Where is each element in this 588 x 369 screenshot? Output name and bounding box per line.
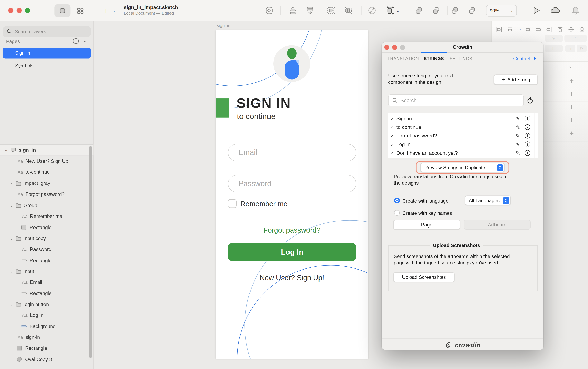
flip-horizontal-icon[interactable]: ⫞: [565, 45, 575, 52]
layer-row[interactable]: Log In: [0, 310, 93, 321]
layer-row[interactable]: Forgot password?: [0, 189, 93, 200]
layer-row[interactable]: Rectangle: [0, 222, 93, 233]
info-icon[interactable]: i: [525, 116, 530, 121]
chevron-down-icon[interactable]: ⌄: [9, 302, 13, 306]
chevron-down-icon[interactable]: ⌄: [9, 203, 13, 208]
distribute-horizontal-icon[interactable]: [506, 26, 513, 33]
layer-row[interactable]: Rectangle: [0, 288, 93, 299]
layer-row[interactable]: Rectangle: [0, 255, 93, 266]
add-style-button[interactable]: +: [568, 90, 575, 99]
resize-icon[interactable]: ⌄: [384, 4, 401, 17]
layer-row[interactable]: ⌄input copy: [0, 233, 93, 244]
group-icon[interactable]: [325, 4, 337, 17]
sidebar-scrollbar[interactable]: [89, 146, 92, 358]
layer-row[interactable]: New User? Sign Up!: [0, 156, 93, 167]
add-style-button[interactable]: +: [568, 116, 575, 125]
string-row[interactable]: ✓Don’t have an account yet?✎i: [388, 149, 534, 157]
edit-pencil-icon[interactable]: ✎: [516, 124, 520, 130]
string-row[interactable]: ✓Forgot password?✎i: [388, 131, 534, 140]
notifications-bell-icon[interactable]: [571, 6, 581, 17]
sign-up-text[interactable]: New User? Sign Up!: [216, 274, 368, 282]
preview-strings-dropdown[interactable]: Preview Strings in Duplicate: [420, 163, 505, 172]
list-scrollbar-track[interactable]: [534, 113, 535, 159]
transform-icon[interactable]: [366, 4, 378, 17]
create-with-key-names-radio[interactable]: [394, 210, 400, 216]
string-row[interactable]: ✓to continue✎i: [388, 123, 534, 131]
more-options-icon[interactable]: ⋮: [518, 27, 523, 32]
chevron-down-icon[interactable]: ⌄: [9, 269, 13, 273]
email-field[interactable]: Email: [228, 144, 356, 161]
grid-view-toggle[interactable]: [72, 4, 88, 17]
y-position-field[interactable]: Y: [545, 35, 563, 42]
chevron-down-icon[interactable]: ⌄: [568, 64, 572, 69]
difference-icon[interactable]: [466, 4, 478, 17]
info-icon[interactable]: i: [525, 133, 530, 139]
edit-pencil-icon[interactable]: ✎: [516, 116, 520, 121]
strings-search-input[interactable]: Search: [388, 94, 524, 106]
add-style-button[interactable]: +: [568, 103, 575, 111]
contact-us-link[interactable]: Contact Us: [513, 56, 537, 61]
edit-pencil-icon[interactable]: ✎: [516, 150, 520, 156]
layer-artboard-root[interactable]: ⌄ sign_in: [0, 144, 93, 155]
bring-forward-icon[interactable]: [286, 4, 299, 17]
layer-row[interactable]: to-continue: [0, 167, 93, 178]
layer-row[interactable]: Rectangle: [0, 343, 93, 354]
refresh-icon[interactable]: ⟳: [525, 97, 535, 104]
create-with-language-radio[interactable]: [394, 198, 400, 203]
edit-pencil-icon[interactable]: ✎: [516, 141, 520, 147]
align-middle-icon[interactable]: [568, 26, 575, 33]
close-window-button[interactable]: [8, 8, 13, 13]
shape-tool-icon[interactable]: [263, 4, 276, 17]
tab-translation[interactable]: TRANSLATION: [387, 56, 419, 61]
forgot-password-link[interactable]: Forgot password?: [216, 226, 368, 234]
flip-vertical-icon[interactable]: ⊵: [577, 45, 587, 52]
tab-strings[interactable]: STRINGS: [424, 56, 444, 61]
layer-row[interactable]: ›impact_gray: [0, 178, 93, 189]
align-bottom-icon[interactable]: [579, 26, 585, 33]
string-row[interactable]: ✓Log In✎i: [388, 140, 534, 149]
info-icon[interactable]: i: [525, 150, 530, 156]
chevron-down-icon[interactable]: ⌄: [4, 148, 8, 152]
add-style-button[interactable]: +: [568, 76, 575, 85]
page-button[interactable]: Page: [393, 220, 460, 229]
sidebar-page-sign-in[interactable]: Sign In: [3, 48, 91, 58]
remember-me-checkbox[interactable]: [228, 199, 237, 208]
minimize-window-button[interactable]: [17, 8, 22, 13]
layer-row[interactable]: ⌄login button: [0, 299, 93, 310]
layer-row[interactable]: Password: [0, 244, 93, 255]
add-style-button[interactable]: +: [568, 129, 575, 138]
sidebar-page-symbols[interactable]: Symbols: [3, 60, 91, 71]
cloud-sync-icon[interactable]: [550, 6, 561, 16]
chevron-right-icon[interactable]: ›: [9, 181, 13, 185]
collapse-pages-icon[interactable]: ⌄: [83, 38, 87, 43]
insert-chevron-icon[interactable]: ⌄: [113, 8, 116, 13]
password-field[interactable]: Password: [228, 175, 356, 192]
insert-button[interactable]: +: [104, 6, 108, 16]
intersect-icon[interactable]: [449, 4, 461, 17]
layer-row[interactable]: Email: [0, 277, 93, 288]
artboard-button[interactable]: Artboard: [464, 220, 531, 229]
edit-pencil-icon[interactable]: ✎: [516, 133, 520, 139]
log-in-button[interactable]: Log In: [229, 243, 356, 260]
align-right-edge-icon[interactable]: [546, 26, 552, 33]
align-left-icon[interactable]: [495, 26, 502, 33]
align-left-edge-icon[interactable]: [524, 26, 531, 33]
artboard[interactable]: SIGN IN to continue Email Password Remem…: [216, 30, 368, 359]
ungroup-icon[interactable]: [342, 4, 355, 17]
align-center-horizontal-icon[interactable]: [535, 26, 541, 33]
subtract-icon[interactable]: [430, 4, 442, 17]
layer-row[interactable]: sign-in: [0, 332, 93, 343]
union-icon[interactable]: [412, 4, 425, 17]
layer-row[interactable]: Remember me: [0, 211, 93, 222]
zoom-level-dropdown[interactable]: 90% ⌄: [486, 5, 517, 17]
zoom-window-button[interactable]: [25, 8, 30, 13]
add-page-button[interactable]: [73, 38, 79, 46]
string-row[interactable]: ✓Sign in✎i: [388, 114, 534, 123]
height-field[interactable]: H: [545, 45, 563, 52]
info-icon[interactable]: i: [525, 124, 530, 130]
chevron-down-icon[interactable]: ⌄: [9, 236, 13, 240]
artboard-title[interactable]: sign_in: [217, 23, 231, 28]
rotation-field[interactable]: °: [564, 35, 587, 42]
layer-row[interactable]: Background: [0, 321, 93, 332]
preview-play-button[interactable]: [531, 6, 541, 17]
